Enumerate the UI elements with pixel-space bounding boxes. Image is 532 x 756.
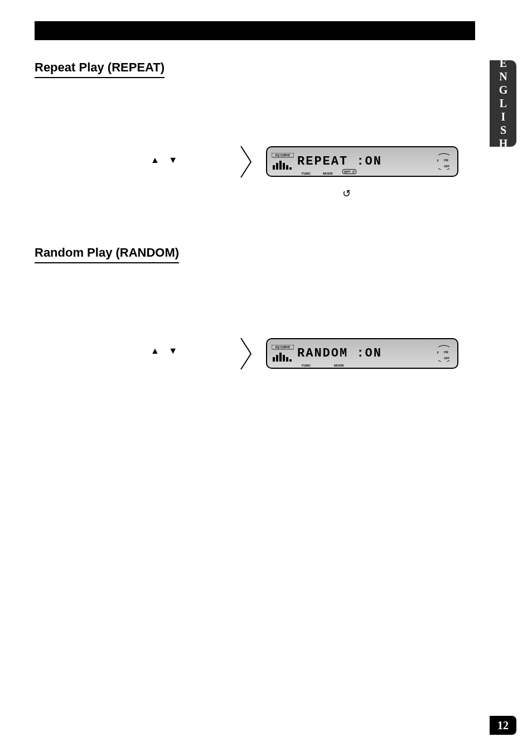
svg-rect-2 (273, 165, 275, 170)
svg-text:F: F (437, 351, 439, 354)
rpt-label: RPT ↺ (342, 169, 356, 174)
svg-rect-18 (289, 359, 292, 362)
func-label: FUNC (302, 364, 311, 367)
svg-text:ON: ON (444, 350, 448, 354)
svg-rect-7 (289, 167, 292, 170)
svg-rect-4 (279, 161, 282, 170)
lcd-display-repeat: EQ CURVE REPEAT :ON F ON OFF (266, 146, 458, 177)
svg-rect-17 (286, 357, 288, 362)
equalizer-icon: EQ CURVE (272, 345, 294, 363)
svg-rect-6 (286, 165, 288, 170)
repeat-callout-icon: ↺ (342, 187, 351, 200)
rpt-text: RPT (344, 170, 351, 174)
on-off-indicator: F ON OFF (436, 153, 453, 171)
mode-label: MODE (334, 364, 344, 367)
svg-rect-3 (276, 163, 278, 170)
mode-label: MODE (323, 172, 333, 175)
svg-text:F: F (437, 159, 439, 162)
equalizer-icon: EQ CURVE (272, 153, 294, 171)
svg-text:EQ CURVE: EQ CURVE (275, 345, 291, 349)
svg-text:ON: ON (444, 158, 448, 162)
svg-rect-15 (279, 353, 282, 362)
svg-text:OFF: OFF (444, 357, 449, 360)
section-heading-repeat: Repeat Play (REPEAT) (35, 60, 165, 78)
page-number: 12 (490, 716, 516, 735)
svg-rect-14 (276, 355, 278, 362)
language-tab: ENGLISH (490, 60, 516, 147)
lcd-display-random: EQ CURVE RANDOM :ON F ON OFF (266, 338, 458, 369)
up-down-indicator: ▲ ▼ (151, 346, 181, 356)
lcd-text: RANDOM :ON (297, 346, 436, 360)
chevron-right-icon (240, 337, 253, 370)
on-off-indicator: F ON OFF (436, 345, 453, 363)
svg-rect-5 (283, 163, 285, 170)
svg-rect-13 (273, 357, 275, 362)
up-down-indicator: ▲ ▼ (151, 155, 181, 165)
func-label: FUNC (302, 172, 311, 175)
svg-rect-16 (283, 355, 285, 362)
header-black-bar (35, 21, 475, 40)
svg-text:OFF: OFF (444, 165, 449, 168)
svg-text:EQ CURVE: EQ CURVE (275, 153, 291, 157)
section-heading-random: Random Play (RANDOM) (35, 245, 179, 263)
lcd-text: REPEAT :ON (297, 155, 436, 168)
chevron-right-icon (240, 145, 253, 179)
